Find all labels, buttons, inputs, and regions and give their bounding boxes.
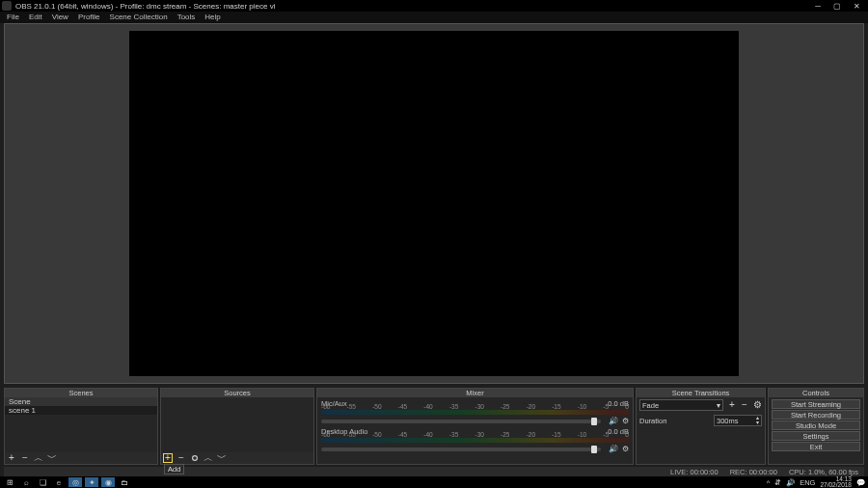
taskbar-app-steam[interactable]: ◎ [68,477,82,487]
menu-view[interactable]: View [47,12,73,23]
taskbar-app-obs[interactable]: ◉ [101,477,115,487]
sources-panel: Sources + − ︿ ﹀ [160,388,314,465]
transition-duration-label: Duration [639,417,666,425]
preview-canvas[interactable] [129,31,739,375]
start-streaming-button[interactable]: Start Streaming [772,399,860,409]
transition-mode-value: Fade [642,401,659,410]
mixer-volume-slider[interactable] [321,447,601,451]
menu-edit[interactable]: Edit [24,12,47,23]
taskbar-app-explorer[interactable]: 🗀 [118,477,131,487]
controls-header: Controls [769,389,863,397]
mixer-meter: -60-55-50-45-40-35-30-25-20-15-10-50 [321,438,629,443]
windows-taskbar: ⊞ ⌕ ❏ e ◎ ✦ ◉ 🗀 ^ ⇵ 🔊 ENG 14:13 27/02/20… [0,476,868,488]
controls-panel: Controls Start Streaming Start Recording… [768,388,864,465]
scenes-remove-button[interactable]: − [20,453,30,463]
bottom-panels: Scenes Scene scene 1 + − ︿ ﹀ Sources + −… [4,388,864,465]
scenes-column-header: Scene [5,397,157,406]
tray-network-icon[interactable]: ⇵ [774,478,781,487]
mute-icon[interactable]: 🔊 [609,445,618,453]
mixer-panel: Mixer Mic/Aux 0.0 dB -60-55-50-45-40-35-… [316,388,634,465]
window-maximize-button[interactable]: ▢ [827,0,847,12]
scenes-move-down-button[interactable]: ﹀ [47,453,57,463]
menu-profile[interactable]: Profile [73,12,105,23]
sources-add-button[interactable]: + [163,453,173,463]
window-minimize-button[interactable]: ─ [808,0,827,12]
tray-notifications-icon[interactable]: 💬 [856,478,865,487]
sources-header: Sources [161,389,313,397]
window-title: OBS 21.0.1 (64bit, windows) - Profile: d… [15,2,808,11]
menu-file[interactable]: File [2,12,24,23]
menu-bar: File Edit View Profile Scene Collection … [0,12,868,23]
settings-button[interactable]: Settings [772,431,860,441]
status-bar: LIVE: 00:00:00 REC: 00:00:00 CPU: 1.0%, … [4,467,864,476]
svg-point-0 [193,456,198,461]
edge-icon[interactable]: e [52,477,66,487]
gear-icon[interactable]: ⚙ [622,417,629,425]
taskbar-app-generic[interactable]: ✦ [85,477,98,487]
sources-move-down-button[interactable]: ﹀ [217,453,227,463]
preview-area [4,23,864,384]
start-menu-icon[interactable]: ⊞ [3,477,16,487]
transitions-header: Scene Transitions [637,389,765,397]
transition-settings-button[interactable]: ⚙ [752,400,762,410]
tray-volume-icon[interactable]: 🔊 [786,478,795,487]
app-icon [2,1,12,11]
scenes-header: Scenes [5,389,157,397]
scenes-panel: Scenes Scene scene 1 + − ︿ ﹀ [4,388,158,465]
transition-add-button[interactable]: + [727,400,737,410]
scenes-move-up-button[interactable]: ︿ [34,453,43,463]
menu-tools[interactable]: Tools [173,12,201,23]
scene-item[interactable]: scene 1 [5,406,157,415]
mixer-channel: Mic/Aux 0.0 dB -60-55-50-45-40-35-30-25-… [317,397,633,425]
gear-icon[interactable]: ⚙ [622,445,629,453]
tray-chevron-icon[interactable]: ^ [767,478,771,487]
task-view-icon[interactable]: ❏ [36,477,49,487]
search-icon[interactable]: ⌕ [19,477,33,487]
status-live: LIVE: 00:00:00 [670,468,719,476]
window-close-button[interactable]: ✕ [847,0,866,12]
menu-help[interactable]: Help [200,12,225,23]
transition-duration-input[interactable]: 300ms ▴▾ [714,415,762,426]
scenes-add-button[interactable]: + [7,453,16,463]
studio-mode-button[interactable]: Studio Mode [772,420,860,430]
transitions-panel: Scene Transitions Fade ▾ + − ⚙ Duration … [636,388,766,465]
add-tooltip: Add [164,464,184,474]
transition-mode-select[interactable]: Fade ▾ [639,399,723,411]
menu-scene-collection[interactable]: Scene Collection [105,12,173,23]
tray-language[interactable]: ENG [800,478,815,487]
status-rec: REC: 00:00:00 [730,468,777,476]
mute-icon[interactable]: 🔊 [609,417,618,425]
chevron-down-icon: ▾ [717,401,720,410]
sources-move-up-button[interactable]: ︿ [203,453,213,463]
sources-remove-button[interactable]: − [176,453,186,463]
mixer-header: Mixer [317,389,633,397]
mixer-channel: Desktop Audio 0.0 dB -60-55-50-45-40-35-… [317,425,633,453]
exit-button[interactable]: Exit [772,442,860,451]
mixer-meter: -60-55-50-45-40-35-30-25-20-15-10-50 [321,410,629,415]
mixer-volume-slider[interactable] [321,420,601,423]
start-recording-button[interactable]: Start Recording [772,410,860,420]
tray-clock[interactable]: 14:13 27/02/2018 [820,476,852,488]
sources-properties-button[interactable] [190,453,200,463]
transition-remove-button[interactable]: − [740,400,749,410]
spinner-icon: ▴▾ [756,416,759,425]
tray-date: 27/02/2018 [820,482,852,488]
transition-duration-value: 300ms [717,417,739,425]
window-titlebar: OBS 21.0.1 (64bit, windows) - Profile: d… [0,0,868,12]
